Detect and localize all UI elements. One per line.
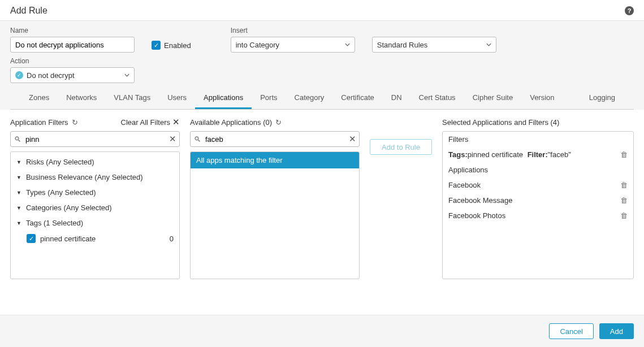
trash-icon[interactable]: 🗑: [620, 150, 628, 159]
tabs: ZonesNetworksVLAN TagsUsersApplicationsP…: [10, 88, 634, 110]
caret-down-icon: ▼: [16, 190, 21, 196]
caret-down-icon: ▼: [16, 205, 21, 211]
tab-version[interactable]: Version: [521, 88, 563, 109]
filter-tag-item[interactable]: ✓pinned certificate0: [11, 231, 179, 246]
tab-cert-status[interactable]: Cert Status: [410, 88, 464, 109]
available-search-input[interactable]: [190, 131, 360, 147]
filters-search-input[interactable]: [10, 131, 180, 147]
tab-logging[interactable]: Logging: [581, 88, 624, 109]
filter-group[interactable]: ▼Risks (Any Selected): [11, 154, 179, 170]
chevron-down-icon: [345, 41, 350, 49]
tag-checkbox[interactable]: ✓: [27, 234, 36, 243]
name-label: Name: [10, 27, 135, 34]
tab-cipher-suite[interactable]: Cipher Suite: [464, 88, 522, 109]
enabled-checkbox[interactable]: ✓: [152, 41, 161, 50]
insert-label: Insert: [231, 27, 496, 34]
chevron-down-icon: [124, 71, 129, 80]
filter-group[interactable]: ▼Types (Any Selected): [11, 185, 179, 200]
selected-app-row: Facebook Message🗑: [443, 193, 633, 208]
dialog-title: Add Rule: [10, 6, 47, 16]
trash-icon[interactable]: 🗑: [620, 181, 628, 189]
tab-dn[interactable]: DN: [383, 88, 410, 109]
insert-target-select[interactable]: Standard Rules: [372, 37, 496, 53]
selected-filter-row: Tags:pinned certificate Filter:"faceb" 🗑: [443, 147, 633, 162]
clear-search-icon[interactable]: ✕: [169, 134, 176, 144]
help-icon[interactable]: ?: [625, 6, 634, 15]
clear-search-icon[interactable]: ✕: [349, 134, 356, 144]
action-label: Action: [10, 57, 135, 65]
selected-app-row: Facebook🗑: [443, 177, 633, 193]
tab-vlan-tags[interactable]: VLAN Tags: [105, 88, 159, 109]
caret-down-icon: ▼: [16, 220, 21, 226]
trash-icon[interactable]: 🗑: [620, 196, 628, 205]
refresh-icon[interactable]: ↻: [275, 118, 282, 127]
chevron-down-icon: [486, 41, 491, 49]
tab-networks[interactable]: Networks: [58, 88, 105, 109]
tab-certificate[interactable]: Certificate: [332, 88, 383, 109]
enabled-label: Enabled: [164, 41, 191, 50]
close-icon: ✕: [172, 117, 180, 127]
refresh-icon[interactable]: ↻: [72, 118, 78, 127]
filter-group[interactable]: ▼Categories (Any Selected): [11, 200, 179, 215]
form-area: Name ✓ Enabled Insert into Category Stan…: [0, 21, 644, 110]
filter-group[interactable]: ▼Tags (1 Selected): [11, 215, 179, 231]
caret-down-icon: ▼: [16, 175, 21, 180]
trash-icon[interactable]: 🗑: [620, 211, 628, 220]
insert-select[interactable]: into Category: [231, 37, 355, 53]
action-select[interactable]: ✓ Do not decrypt: [10, 67, 135, 83]
selected-apps-header: Applications: [443, 162, 633, 177]
name-input[interactable]: [10, 37, 135, 53]
tab-applications[interactable]: Applications: [195, 88, 252, 109]
tab-zones[interactable]: Zones: [20, 88, 58, 109]
selected-list: Filters Tags:pinned certificate Filter:"…: [442, 131, 634, 279]
filter-group[interactable]: ▼Business Relevance (Any Selected): [11, 170, 179, 185]
do-not-decrypt-icon: ✓: [15, 71, 23, 79]
selected-app-row: Facebook Photos🗑: [443, 208, 633, 223]
tab-category[interactable]: Category: [286, 88, 333, 109]
caret-down-icon: ▼: [16, 159, 21, 165]
available-apps-title: Available Applications (0): [190, 118, 272, 127]
dialog-footer: Cancel Add: [0, 315, 644, 347]
tab-ports[interactable]: Ports: [252, 88, 286, 109]
clear-all-filters-button[interactable]: Clear All Filters ✕: [121, 117, 180, 127]
dialog-header: Add Rule ?: [0, 0, 644, 21]
add-button[interactable]: Add: [599, 323, 634, 339]
add-to-rule-button[interactable]: Add to Rule: [370, 139, 432, 155]
cancel-button[interactable]: Cancel: [549, 323, 593, 339]
filter-area: Application Filters ↻ Clear All Filters …: [0, 110, 644, 279]
selected-apps-title: Selected Applications and Filters (4): [442, 118, 559, 127]
app-filters-title: Application Filters: [10, 118, 68, 127]
filters-tree: ▼Risks (Any Selected)▼Business Relevance…: [10, 151, 180, 279]
all-apps-matching-row[interactable]: All apps matching the filter: [191, 152, 359, 168]
available-apps-list: All apps matching the filter: [190, 151, 360, 279]
search-icon: 🔍︎: [194, 135, 201, 144]
tab-users[interactable]: Users: [159, 88, 195, 109]
selected-filters-header: Filters: [443, 132, 633, 147]
search-icon: 🔍︎: [14, 135, 21, 144]
